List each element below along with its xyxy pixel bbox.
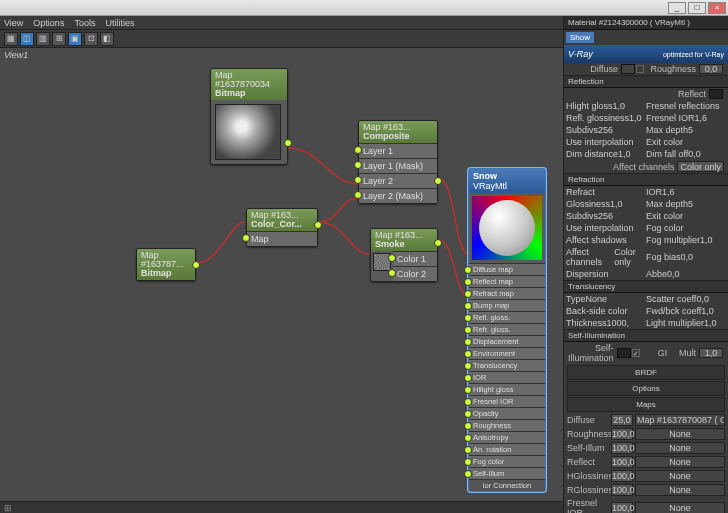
tool-7[interactable]: ◧ <box>100 32 114 46</box>
map-amount[interactable]: 100,0 <box>611 502 633 513</box>
input-port[interactable] <box>464 434 472 442</box>
material-footer[interactable]: ior Connection <box>469 479 545 491</box>
map-slot-button[interactable]: None <box>635 484 725 496</box>
input-port[interactable] <box>464 410 472 418</box>
gi-check[interactable] <box>632 349 640 357</box>
section-options[interactable]: Options <box>567 381 725 396</box>
node-smoke[interactable]: Map #163...Smoke Color 1 Color 2 <box>370 228 438 282</box>
dimdist-value[interactable]: 1,0 <box>618 149 631 159</box>
input-port[interactable] <box>354 146 362 154</box>
section-selfillum[interactable]: Self-Illumination <box>564 329 728 342</box>
slot-color2[interactable]: Color 2 <box>393 266 437 281</box>
node-header[interactable]: Map #1637870034Bitmap <box>211 69 287 100</box>
refr-affect-select[interactable]: Color only <box>614 247 646 267</box>
input-port[interactable] <box>464 266 472 274</box>
material-slot[interactable]: Reflect map <box>469 275 545 287</box>
output-port[interactable] <box>434 239 442 247</box>
map-slot-button[interactable]: Map #1637870087 ( Composite ) <box>635 414 725 426</box>
refr-maxdepth-value[interactable]: 5 <box>688 199 693 209</box>
map-amount[interactable]: 25,0 <box>611 414 633 426</box>
fwdbck-value[interactable]: 1,0 <box>701 306 714 316</box>
output-port[interactable] <box>192 261 200 269</box>
material-slot[interactable]: Environment <box>469 347 545 359</box>
refl-affect-select[interactable]: Color only <box>677 161 724 172</box>
slot-layer2-mask[interactable]: Layer 2 (Mask) <box>359 188 437 203</box>
map-slot-button[interactable]: None <box>635 470 725 482</box>
hgloss-value[interactable]: 1,0 <box>613 101 626 111</box>
tool-2[interactable]: ◫ <box>20 32 34 46</box>
material-node[interactable]: SnowVRayMtl Diffuse mapReflect mapRefrac… <box>468 168 546 492</box>
material-slot[interactable]: Fresnel IOR <box>469 395 545 407</box>
lightmult-value[interactable]: 1,0 <box>704 318 717 328</box>
map-slot-button[interactable]: None <box>635 502 725 513</box>
refl-maxdepth-value[interactable]: 5 <box>688 125 693 135</box>
tool-3[interactable]: ▥ <box>36 32 50 46</box>
section-reflection[interactable]: Reflection <box>564 75 728 88</box>
input-port[interactable] <box>464 374 472 382</box>
menu-tools[interactable]: Tools <box>74 18 95 28</box>
input-port[interactable] <box>242 234 250 242</box>
map-slot-button[interactable]: None <box>635 442 725 454</box>
map-amount[interactable]: 100,0 <box>611 484 633 496</box>
slot-map[interactable]: Map <box>247 231 317 246</box>
material-slot[interactable]: Bump map <box>469 299 545 311</box>
map-amount[interactable]: 100,0 <box>611 442 633 454</box>
material-slot[interactable]: IOR <box>469 371 545 383</box>
minimize-button[interactable]: _ <box>668 2 686 14</box>
ior-value[interactable]: 1,6 <box>662 187 675 197</box>
diffuse-swatch[interactable] <box>621 64 635 74</box>
map-amount[interactable]: 100,0 <box>611 456 633 468</box>
section-refraction[interactable]: Refraction <box>564 173 728 186</box>
menu-utilities[interactable]: Utilities <box>105 18 134 28</box>
section-translucency[interactable]: Translucency <box>564 280 728 293</box>
section-brdf[interactable]: BRDF <box>567 365 725 380</box>
material-slot[interactable]: Refract map <box>469 287 545 299</box>
show-button[interactable]: Show <box>566 32 594 43</box>
input-port[interactable] <box>388 269 396 277</box>
material-slot[interactable]: Roughness <box>469 419 545 431</box>
material-slot[interactable]: Self-Illum <box>469 467 545 479</box>
selfillum-mult-value[interactable]: 1,0 <box>699 348 723 358</box>
input-port[interactable] <box>464 314 472 322</box>
material-slot[interactable]: Hilight gloss <box>469 383 545 395</box>
input-port[interactable] <box>464 350 472 358</box>
node-composite[interactable]: Map #163...Composite Layer 1 Layer 1 (Ma… <box>358 120 438 204</box>
map-slot-button[interactable]: None <box>635 428 725 440</box>
fogbias-value[interactable]: 0,0 <box>681 252 694 262</box>
section-maps[interactable]: Maps <box>567 397 725 412</box>
input-port[interactable] <box>464 422 472 430</box>
input-port[interactable] <box>464 338 472 346</box>
material-slot[interactable]: Displacement <box>469 335 545 347</box>
material-header[interactable]: SnowVRayMtl <box>469 169 545 193</box>
input-port[interactable] <box>354 191 362 199</box>
slot-color1[interactable]: Color 1 <box>393 251 437 266</box>
transl-type-select[interactable]: None <box>586 294 608 304</box>
slot-layer1-mask[interactable]: Layer 1 (Mask) <box>359 158 437 173</box>
slot-layer1[interactable]: Layer 1 <box>359 143 437 158</box>
map-amount[interactable]: 100,0 <box>611 428 633 440</box>
material-slot[interactable]: Refl. gloss. <box>469 311 545 323</box>
input-port[interactable] <box>464 398 472 406</box>
material-slot[interactable]: Anisotropy <box>469 431 545 443</box>
tool-6[interactable]: ⊡ <box>84 32 98 46</box>
input-port[interactable] <box>354 176 362 184</box>
material-slot[interactable]: Refr. gloss. <box>469 323 545 335</box>
node-color-correction[interactable]: Map #163...Color_Cor... Map <box>246 208 318 247</box>
diffuse-map-toggle[interactable] <box>636 65 644 73</box>
maximize-button[interactable]: □ <box>688 2 706 14</box>
selfillum-swatch[interactable] <box>617 348 631 358</box>
material-slot[interactable]: Fog color <box>469 455 545 467</box>
node-header[interactable]: Map #163...Color_Cor... <box>247 209 317 231</box>
slot-layer2[interactable]: Layer 2 <box>359 173 437 188</box>
abbe-value[interactable]: 0,0 <box>667 269 680 279</box>
input-port[interactable] <box>464 386 472 394</box>
node-bitmap-2[interactable]: Map #163787...Bitmap <box>136 248 196 281</box>
thickness-value[interactable]: 1000, <box>607 318 630 328</box>
refr-gloss-value[interactable]: 1,0 <box>610 199 623 209</box>
input-port[interactable] <box>464 362 472 370</box>
map-amount[interactable]: 100,0 <box>611 470 633 482</box>
node-bitmap-1[interactable]: Map #1637870034Bitmap <box>210 68 288 165</box>
tool-4[interactable]: ⊞ <box>52 32 66 46</box>
input-port[interactable] <box>464 290 472 298</box>
node-header[interactable]: Map #163...Composite <box>359 121 437 143</box>
